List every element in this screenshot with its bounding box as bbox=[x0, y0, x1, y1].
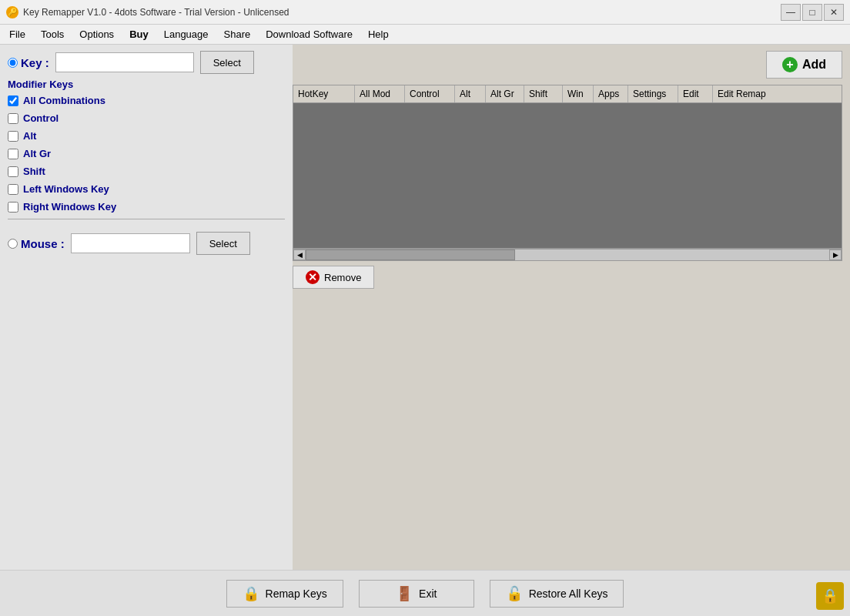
menu-bar: File Tools Options Buy Language Share Do… bbox=[0, 25, 850, 45]
app-icon: 🔑 bbox=[6, 6, 18, 18]
menu-tools[interactable]: Tools bbox=[35, 27, 70, 42]
table-body bbox=[293, 102, 842, 249]
key-radio[interactable] bbox=[8, 58, 18, 68]
checkbox-alt-input[interactable] bbox=[8, 131, 18, 142]
checkbox-alt-gr-input[interactable] bbox=[8, 149, 18, 159]
main-layout: Key : Select Modifier Keys All Combinati… bbox=[0, 45, 850, 570]
restore-label: Restore All Keys bbox=[529, 588, 608, 600]
checkbox-control-input[interactable] bbox=[8, 113, 18, 124]
col-settings: Settings bbox=[628, 85, 678, 102]
remap-keys-button[interactable]: 🔒 Remap Keys bbox=[226, 580, 343, 608]
title-bar: 🔑 Key Remapper V1.0 - 4dots Software - T… bbox=[0, 0, 850, 25]
mouse-radio[interactable] bbox=[8, 239, 18, 249]
mouse-row: Mouse : Select bbox=[8, 232, 285, 255]
modifier-keys-label: Modifier Keys bbox=[8, 79, 285, 90]
right-column: + Add HotKey All Mod Control Alt Alt Gr … bbox=[293, 45, 850, 570]
checkbox-all-combinations-label: All Combinations bbox=[23, 95, 105, 106]
window-controls: — □ ✕ bbox=[781, 4, 844, 21]
checkbox-shift-label: Shift bbox=[23, 166, 45, 177]
left-column: Key : Select Modifier Keys All Combinati… bbox=[0, 45, 293, 570]
exit-button[interactable]: 🚪 Exit bbox=[359, 580, 474, 608]
corner-lock-icon: 🔒 bbox=[816, 582, 844, 610]
checkbox-right-windows-label: Right Windows Key bbox=[23, 201, 116, 213]
checkbox-alt-gr-label: Alt Gr bbox=[23, 148, 51, 159]
restore-all-keys-button[interactable]: 🔓 Restore All Keys bbox=[490, 580, 624, 608]
mouse-label-text: Mouse : bbox=[21, 237, 65, 250]
checkbox-alt-gr[interactable]: Alt Gr bbox=[8, 148, 285, 159]
checkbox-shift[interactable]: Shift bbox=[8, 166, 285, 177]
add-icon: + bbox=[782, 57, 798, 72]
add-button-label: Add bbox=[802, 58, 826, 72]
checkbox-left-windows-label: Left Windows Key bbox=[23, 183, 109, 195]
col-control: Control bbox=[405, 85, 455, 102]
scroll-right-arrow[interactable]: ▶ bbox=[829, 249, 842, 260]
col-allmod: All Mod bbox=[355, 85, 405, 102]
checkbox-control[interactable]: Control bbox=[8, 112, 285, 124]
lock-icon: 🔒 bbox=[243, 585, 259, 602]
exit-icon: 🚪 bbox=[396, 585, 413, 602]
restore-lock-icon: 🔓 bbox=[506, 585, 523, 602]
menu-buy[interactable]: Buy bbox=[123, 27, 155, 42]
key-radio-label[interactable]: Key : bbox=[8, 56, 49, 69]
key-select-button[interactable]: Select bbox=[200, 51, 254, 74]
key-input[interactable] bbox=[55, 52, 194, 72]
menu-download[interactable]: Download Software bbox=[259, 27, 359, 42]
menu-share[interactable]: Share bbox=[218, 27, 257, 42]
col-altgr: Alt Gr bbox=[486, 85, 524, 102]
col-hotkey: HotKey bbox=[293, 85, 355, 102]
close-button[interactable]: ✕ bbox=[824, 4, 844, 21]
key-label: Key : bbox=[21, 56, 49, 69]
horizontal-scrollbar[interactable]: ◀ ▶ bbox=[293, 249, 842, 261]
add-button[interactable]: + Add bbox=[766, 51, 842, 79]
remap-keys-label: Remap Keys bbox=[266, 588, 327, 600]
minimize-button[interactable]: — bbox=[781, 4, 801, 21]
maximize-button[interactable]: □ bbox=[802, 4, 822, 21]
checkbox-all-combinations-input[interactable] bbox=[8, 95, 18, 106]
mouse-input[interactable] bbox=[71, 233, 190, 253]
checkbox-control-label: Control bbox=[23, 112, 59, 124]
col-edit: Edit bbox=[678, 85, 713, 102]
table-header: HotKey All Mod Control Alt Alt Gr Shift … bbox=[293, 85, 842, 102]
scroll-left-arrow[interactable]: ◀ bbox=[293, 249, 306, 260]
checkbox-left-windows-input[interactable] bbox=[8, 184, 18, 195]
menu-file[interactable]: File bbox=[3, 27, 32, 42]
checkbox-alt-label: Alt bbox=[23, 130, 36, 142]
remove-button-label: Remove bbox=[324, 272, 361, 283]
checkbox-alt[interactable]: Alt bbox=[8, 130, 285, 142]
remove-button[interactable]: ✕ Remove bbox=[293, 266, 374, 289]
menu-language[interactable]: Language bbox=[158, 27, 215, 42]
key-row: Key : Select bbox=[8, 51, 285, 74]
checkbox-right-windows[interactable]: Right Windows Key bbox=[8, 201, 285, 213]
col-win: Win bbox=[563, 85, 594, 102]
col-alt: Alt bbox=[455, 85, 486, 102]
col-editremap: Edit Remap bbox=[713, 85, 771, 102]
scroll-thumb[interactable] bbox=[306, 249, 515, 260]
checkbox-all-combinations[interactable]: All Combinations bbox=[8, 95, 285, 106]
table-container: HotKey All Mod Control Alt Alt Gr Shift … bbox=[293, 85, 842, 564]
menu-help[interactable]: Help bbox=[362, 27, 395, 42]
checkbox-left-windows[interactable]: Left Windows Key bbox=[8, 183, 285, 195]
col-apps: Apps bbox=[594, 85, 628, 102]
col-shift: Shift bbox=[524, 85, 563, 102]
right-top-area: + Add bbox=[293, 51, 842, 85]
remove-area: ✕ Remove bbox=[293, 261, 842, 289]
exit-label: Exit bbox=[419, 588, 437, 600]
footer: 🔒 Remap Keys 🚪 Exit 🔓 Restore All Keys 🔒 bbox=[0, 570, 850, 616]
checkbox-shift-input[interactable] bbox=[8, 166, 18, 177]
mouse-select-button[interactable]: Select bbox=[196, 232, 250, 255]
menu-options[interactable]: Options bbox=[73, 27, 120, 42]
checkbox-right-windows-input[interactable] bbox=[8, 202, 18, 213]
mouse-radio-label[interactable]: Mouse : bbox=[8, 237, 65, 250]
window-title: Key Remapper V1.0 - 4dots Software - Tri… bbox=[23, 7, 289, 18]
remove-icon: ✕ bbox=[306, 270, 320, 284]
scroll-track[interactable] bbox=[306, 249, 829, 260]
